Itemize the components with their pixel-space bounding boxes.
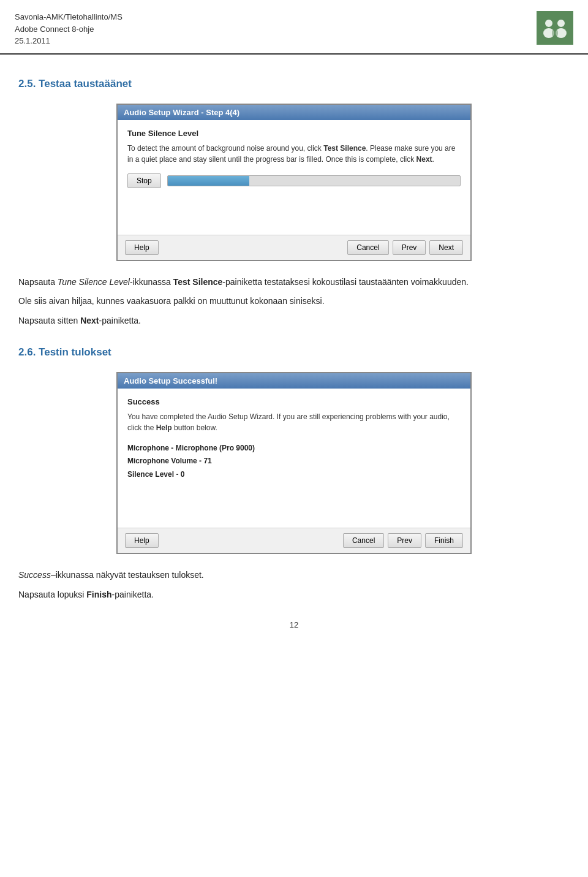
dialog1-description: To detect the amount of background noise… [127, 143, 461, 165]
progress-bar-container [167, 175, 461, 186]
dialog2-body: Success You have completed the Audio Set… [118, 389, 470, 528]
dialog1-prev-button[interactable]: Prev [393, 240, 426, 255]
dialog2-info-line3: Silence Level - 0 [127, 468, 461, 482]
section1-body-text3: Napsauta sitten Next-painiketta. [18, 314, 570, 328]
dialog2-finish-button[interactable]: Finish [425, 533, 463, 548]
stop-button[interactable]: Stop [127, 173, 161, 188]
progress-bar-fill [168, 176, 250, 186]
dialog1-cancel-button[interactable]: Cancel [347, 240, 388, 255]
section-2-5-heading: 2.5. Testaa taustaäänet [18, 78, 570, 90]
dialog1-section-title: Tune Silence Level [127, 129, 461, 138]
dialog2-footer-right: Cancel Prev Finish [343, 533, 463, 548]
dialog2-info-line2: Microphone Volume - 71 [127, 455, 461, 468]
main-content: 2.5. Testaa taustaäänet Audio Setup Wiza… [0, 55, 588, 654]
progress-row: Stop [127, 173, 461, 188]
header-line3: 25.1.2011 [15, 35, 123, 47]
header-logo [537, 11, 573, 45]
dialog2-info-line1: Microphone - Microphone (Pro 9000) [127, 442, 461, 455]
dialog1-body: Tune Silence Level To detect the amount … [118, 120, 470, 235]
section1-body-text1: Napsauta Tune Silence Level-ikkunassa Te… [18, 276, 570, 289]
header-text: Savonia-AMK/Tietohallinto/MS Adobe Conne… [15, 11, 123, 47]
section2-body-text1: Success–ikkunassa näkyvät testauksen tul… [18, 569, 570, 582]
dialog2-cancel-button[interactable]: Cancel [343, 533, 384, 548]
dialog2-wrapper: Audio Setup Successful! Success You have… [18, 372, 570, 555]
dialog2-info: Microphone - Microphone (Pro 9000) Micro… [127, 442, 461, 482]
header-line1: Savonia-AMK/Tietohallinto/MS [15, 11, 123, 23]
dialog2-titlebar: Audio Setup Successful! [118, 373, 470, 389]
dialog1-footer: Help Cancel Prev Next [118, 235, 470, 260]
svg-point-3 [557, 20, 565, 27]
section2-body-text2: Napsauta lopuksi Finish-painiketta. [18, 588, 570, 602]
dialog1-wrapper: Audio Setup Wizard - Step 4(4) Tune Sile… [18, 104, 570, 261]
dialog2-prev-button[interactable]: Prev [388, 533, 421, 548]
svg-point-1 [545, 20, 552, 27]
section-2-6-heading: 2.6. Testin tulokset [18, 346, 570, 359]
dialog2-description: You have completed the Audio Setup Wizar… [127, 411, 461, 433]
section1-body-text2: Ole siis aivan hiljaa, kunnes vaakasuora… [18, 295, 570, 308]
header-line2: Adobe Connect 8-ohje [15, 23, 123, 36]
dialog2-box: Audio Setup Successful! Success You have… [116, 372, 472, 555]
dialog1-help-button[interactable]: Help [125, 240, 159, 255]
dialog2-footer: Help Cancel Prev Finish [118, 528, 470, 553]
dialog1-titlebar: Audio Setup Wizard - Step 4(4) [118, 105, 470, 120]
section-2-6: 2.6. Testin tulokset Audio Setup Success… [18, 346, 570, 602]
page-header: Savonia-AMK/Tietohallinto/MS Adobe Conne… [0, 0, 588, 55]
page-number: 12 [290, 620, 298, 629]
section2-body-text1-rest: –ikkunassa näkyvät testauksen tulokset. [51, 570, 204, 580]
dialog2-section-title: Success [127, 397, 461, 406]
dialog1-footer-right: Cancel Prev Next [347, 240, 463, 255]
svg-point-5 [552, 28, 558, 38]
page-footer: 12 [18, 608, 570, 636]
dialog2-help-button[interactable]: Help [125, 533, 159, 548]
logo-icon [540, 15, 570, 42]
dialog1-next-button[interactable]: Next [429, 240, 463, 255]
success-italic: Success [18, 570, 51, 580]
section-2-5: 2.5. Testaa taustaäänet Audio Setup Wiza… [18, 78, 570, 328]
dialog1-box: Audio Setup Wizard - Step 4(4) Tune Sile… [116, 104, 472, 261]
